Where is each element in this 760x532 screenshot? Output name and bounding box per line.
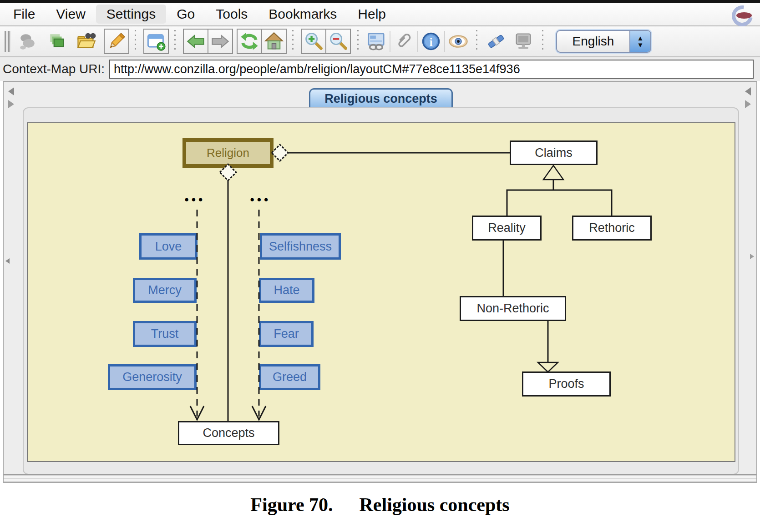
figure-label: Figure 70. — [250, 494, 333, 515]
plug-icon[interactable] — [485, 30, 507, 53]
collaboration-icon[interactable] — [16, 30, 39, 53]
toolbar-separator — [357, 30, 359, 53]
zoom-in-icon[interactable] — [301, 29, 326, 54]
node-greed[interactable]: Greed — [259, 364, 320, 390]
node-generosity[interactable]: Generosity — [108, 364, 197, 390]
info-icon[interactable]: i — [420, 30, 442, 53]
svg-text:i: i — [430, 36, 433, 48]
menu-bookmarks[interactable]: Bookmarks — [258, 5, 347, 24]
node-proofs[interactable]: Proofs — [522, 371, 611, 396]
node-concepts[interactable]: Concepts — [178, 421, 279, 445]
uri-input[interactable] — [109, 60, 754, 79]
node-fear[interactable]: Fear — [259, 321, 314, 347]
node-trust[interactable]: Trust — [133, 321, 197, 347]
window-bottom-edge — [4, 474, 756, 482]
figure-title: Religious concepts — [360, 494, 510, 515]
menu-file[interactable]: File — [3, 5, 46, 24]
toolbar: i — [0, 26, 760, 57]
collapse-left-icon[interactable] — [745, 87, 751, 95]
back-icon[interactable] — [183, 29, 208, 54]
paperclip-icon[interactable] — [392, 30, 415, 53]
node-reality[interactable]: Reality — [472, 216, 542, 241]
splitter-handle-icon[interactable] — [750, 254, 754, 259]
zoom-out-icon[interactable] — [325, 29, 351, 54]
node-claims[interactable]: Claims — [510, 141, 598, 165]
forward-icon[interactable] — [208, 29, 233, 54]
menu-go[interactable]: Go — [166, 5, 205, 24]
toolbar-separator — [135, 30, 136, 53]
home-icon[interactable] — [261, 29, 287, 54]
menu-bar: File View Settings Go Tools Bookmarks He… — [0, 3, 760, 26]
toolbar-separator — [292, 30, 294, 53]
new-window-icon[interactable] — [143, 29, 169, 54]
conzilla-logo-icon — [731, 5, 753, 25]
node-rethoric[interactable]: Rethoric — [572, 216, 652, 241]
map-window: Religious concepts Religion Claims Reali… — [3, 81, 757, 483]
expand-right-icon[interactable] — [745, 100, 751, 108]
menu-tools[interactable]: Tools — [205, 5, 258, 24]
node-love[interactable]: Love — [139, 233, 198, 260]
tab-religious-concepts[interactable]: Religious concepts — [309, 88, 453, 108]
collapse-left-icon[interactable] — [8, 87, 14, 95]
stepper-arrows-icon[interactable]: ▲▼ — [629, 31, 650, 52]
window-link-icon[interactable] — [365, 30, 388, 53]
menu-help[interactable]: Help — [347, 5, 396, 24]
node-non-rethoric[interactable]: Non-Rethoric — [460, 296, 566, 321]
expand-right-icon[interactable] — [8, 100, 14, 108]
splitter-handle-icon[interactable] — [5, 258, 10, 264]
toolbar-separator — [174, 30, 176, 53]
eye-icon[interactable] — [447, 30, 470, 53]
language-selector-value: English — [557, 31, 629, 52]
toolbar-separator — [390, 31, 390, 52]
toolbar-separator — [476, 30, 477, 53]
uri-label: Context-Map URI: — [3, 62, 105, 76]
node-hate[interactable]: Hate — [259, 278, 314, 303]
conzilla-window: File View Settings Go Tools Bookmarks He… — [0, 0, 760, 532]
concept-map-canvas[interactable]: Religion Claims Reality Rethoric Non-Ret… — [27, 122, 735, 462]
toolbar-grip[interactable] — [5, 31, 11, 52]
ellipsis-more-concepts: ●●● — [184, 195, 205, 204]
menu-settings[interactable]: Settings — [96, 5, 166, 24]
monitor-icon[interactable] — [512, 30, 535, 53]
edit-pencil-icon[interactable] — [104, 29, 129, 54]
toolbar-separator — [417, 31, 418, 52]
node-selfishness[interactable]: Selfishness — [260, 233, 341, 260]
toolbar-separator — [444, 31, 445, 52]
language-selector[interactable]: English ▲▼ — [556, 30, 651, 53]
reload-icon[interactable] — [237, 29, 262, 54]
toolbar-separator — [542, 30, 543, 53]
uri-bar: Context-Map URI: — [0, 57, 760, 81]
layers-icon[interactable] — [46, 30, 68, 53]
node-mercy[interactable]: Mercy — [133, 278, 197, 303]
menu-view[interactable]: View — [46, 5, 96, 24]
open-folder-search-icon[interactable] — [75, 30, 97, 53]
ellipsis-more-concepts: ●●● — [250, 195, 271, 204]
figure-caption: Figure 70.Religious concepts — [0, 494, 760, 516]
node-religion[interactable]: Religion — [182, 138, 274, 168]
